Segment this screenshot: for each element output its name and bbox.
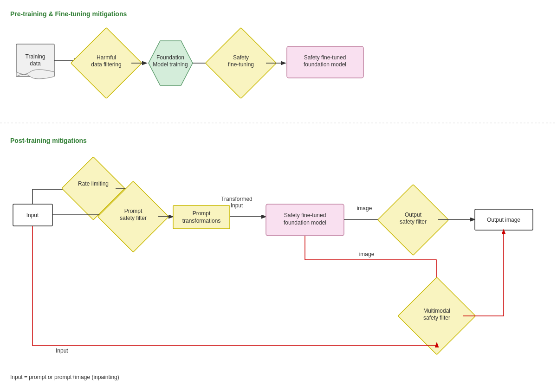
input-node: Input (13, 204, 52, 226)
svg-text:image: image (357, 205, 372, 212)
safety-finetune-node: Safety fine-tuning (206, 28, 277, 99)
svg-text:Rate limiting: Rate limiting (78, 180, 109, 187)
training-data-node: Training data (16, 44, 54, 79)
svg-text:Prompt: Prompt (193, 210, 211, 217)
svg-text:Input: Input (56, 347, 68, 354)
output-image-node: Output image (475, 209, 533, 230)
svg-text:data: data (30, 60, 41, 67)
svg-text:foundation model: foundation model (304, 61, 346, 68)
svg-text:safety filter: safety filter (423, 315, 450, 321)
diagram-svg: Training data Harmful data filtering Fou… (0, 0, 557, 392)
svg-text:Transformed: Transformed (221, 196, 253, 202)
harmful-filter-node: Harmful data filtering (71, 28, 142, 99)
svg-text:transformations: transformations (182, 218, 221, 224)
svg-rect-29 (173, 206, 230, 229)
safety-foundation-node: Safety fine-tuned foundation model (287, 46, 363, 78)
svg-text:Input: Input (231, 202, 243, 209)
svg-text:safety filter: safety filter (120, 215, 147, 221)
diagram: Pre-training & Fine-tuning mitigations P… (0, 0, 557, 392)
svg-text:Output: Output (405, 212, 422, 218)
svg-text:Foundation: Foundation (156, 54, 184, 61)
svg-text:fine-tuning: fine-tuning (228, 61, 254, 68)
svg-text:Training: Training (26, 53, 45, 60)
svg-text:safety filter: safety filter (400, 218, 427, 225)
prompt-transform-node: Prompt transformations (173, 206, 230, 229)
svg-text:foundation model: foundation model (284, 219, 326, 226)
svg-text:Safety fine-tuned: Safety fine-tuned (304, 54, 346, 61)
svg-text:image: image (359, 251, 375, 257)
svg-text:Model training: Model training (153, 61, 188, 68)
foundation-train-node: Foundation Model training (149, 41, 193, 85)
svg-text:Multimodal: Multimodal (423, 308, 450, 314)
svg-text:Harmful: Harmful (97, 54, 116, 61)
svg-text:Output image: Output image (487, 217, 520, 223)
svg-text:Safety: Safety (233, 54, 249, 61)
svg-text:Input: Input (26, 212, 39, 218)
output-filter-node: Output safety filter (378, 185, 449, 256)
safety-model-post-node: Safety fine-tuned foundation model (266, 204, 344, 236)
svg-text:Prompt: Prompt (124, 208, 142, 214)
svg-text:data filtering: data filtering (91, 61, 121, 68)
svg-text:Safety fine-tuned: Safety fine-tuned (284, 212, 326, 218)
